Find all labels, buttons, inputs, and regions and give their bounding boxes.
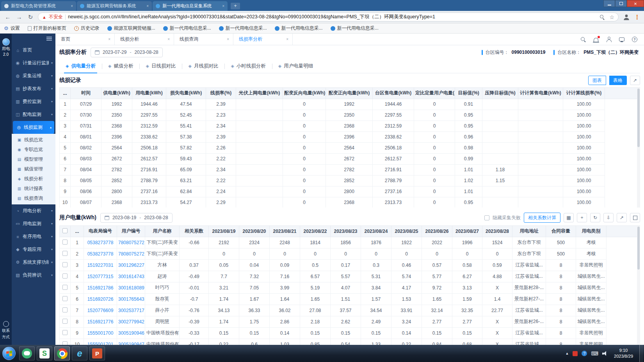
- sidebar-subitem-assignment-management[interactable]: ▦赋值管理: [12, 164, 55, 174]
- sidebar-subitem-line-loss-analysis[interactable]: ◈线损分析: [12, 174, 55, 184]
- cell-link[interactable]: 7808075272: [118, 240, 144, 245]
- row-checkbox[interactable]: [62, 341, 68, 345]
- app-tab[interactable]: 线损分析×: [115, 34, 174, 45]
- analysis-tab[interactable]: ◈月线损对比: [182, 59, 224, 73]
- bookmark-item[interactable]: 新一代用电信息采...: [275, 25, 323, 32]
- sidebar-item-power-analysis[interactable]: ◔用电分析▾: [12, 204, 55, 217]
- tab-close-icon[interactable]: ×: [227, 37, 229, 41]
- sidebar-subitem-duty-overview[interactable]: ◉专职总览: [12, 145, 55, 154]
- chart-view-button[interactable]: 图表: [588, 76, 606, 85]
- start-button[interactable]: [2, 347, 16, 360]
- cell-link[interactable]: 0538273778: [87, 251, 114, 257]
- new-tab-button[interactable]: +: [231, 3, 240, 9]
- grid-icon[interactable]: ▦: [564, 213, 574, 222]
- user-energy-date-picker[interactable]: 2023-08-19 - 2023-08-28: [100, 213, 173, 223]
- tab-close-icon[interactable]: ×: [167, 37, 170, 41]
- row-checkbox[interactable]: [62, 251, 68, 256]
- search-icon[interactable]: [580, 36, 586, 43]
- fullscreen-icon[interactable]: [619, 36, 625, 43]
- sidebar-subitem-line-loss-query[interactable]: ▧线损查询: [12, 193, 55, 203]
- cell-link[interactable]: 1516921776: [87, 319, 114, 325]
- sidebar-item-fee-control[interactable]: ▥费控监测▾: [12, 95, 55, 108]
- sidebar-item-collection-ops[interactable]: ◍采集运维▾: [12, 69, 55, 82]
- cell-link[interactable]: 3001296227: [118, 263, 144, 268]
- sidebar-subitem-model-management[interactable]: ▤模型管理: [12, 154, 55, 164]
- bookmark-item[interactable]: 新一代用电信息采...: [219, 25, 267, 32]
- cell-link[interactable]: 7808075272: [118, 251, 144, 257]
- row-checkbox[interactable]: [62, 307, 68, 312]
- row-checkbox[interactable]: [62, 296, 68, 301]
- cell-link[interactable]: 1516920726: [87, 296, 114, 302]
- sidebar-subitem-line-loss-overview[interactable]: ▣线损总览: [12, 135, 55, 145]
- sidebar-item-system-support[interactable]: ⚙系统支撑功能▾: [12, 256, 55, 269]
- cell-link[interactable]: 1520776609: [87, 308, 114, 313]
- add-icon[interactable]: +: [577, 213, 587, 222]
- sidebar-item-distribution-monitor[interactable]: ◫配电监测▾: [12, 108, 55, 121]
- analysis-tab[interactable]: ◈小时线损分析: [224, 59, 272, 73]
- sidebar-item-orderly-power[interactable]: ≡有序用电▾: [12, 230, 55, 243]
- save-icon[interactable]: ⇩: [603, 213, 614, 222]
- row-checkbox[interactable]: [62, 285, 68, 290]
- analysis-tab[interactable]: ◈用户电量明细: [272, 59, 319, 73]
- table1-scrollbar[interactable]: [637, 88, 640, 208]
- volume-icon[interactable]: [602, 351, 608, 356]
- tab-close-icon[interactable]: ×: [286, 37, 288, 41]
- bookmark-item[interactable]: ⚙设置: [4, 25, 20, 32]
- sidebar-subitem-statistics-report[interactable]: ▥统计报表: [12, 184, 55, 193]
- taskbar-clock[interactable]: 9:10 2023/8/29: [612, 348, 635, 359]
- app-tab[interactable]: 线损率分析×: [233, 34, 293, 45]
- contact-link[interactable]: 联系 方式: [2, 321, 10, 339]
- sidebar-item-power-monitor[interactable]: ▭用电监测▾: [12, 217, 55, 230]
- bookmark-star-icon[interactable]: ☆: [609, 14, 614, 20]
- refresh-icon[interactable]: ↻: [590, 213, 600, 222]
- hidden-icons-icon[interactable]: ▲: [565, 351, 569, 355]
- help-icon[interactable]: ?: [632, 36, 638, 43]
- cell-link[interactable]: 1516921786: [87, 285, 114, 291]
- security-label[interactable]: 不安全: [49, 14, 63, 20]
- analysis-tab[interactable]: ◈日线损对比: [139, 59, 182, 73]
- tab-close-icon[interactable]: ×: [222, 4, 224, 8]
- cell-link[interactable]: 3002779942: [118, 319, 144, 325]
- sidebar-item-metering-monitor[interactable]: ◉计量运行监测▾: [12, 57, 55, 69]
- app-tab[interactable]: 首页×: [55, 34, 115, 45]
- browser-tab[interactable]: 能源互联网营销服务系统×: [77, 1, 152, 11]
- back-button[interactable]: ←: [4, 14, 12, 20]
- sidebar-item-line-loss-monitor[interactable]: ◎线损监测▴: [13, 121, 54, 134]
- app-tab[interactable]: 线损查询×: [174, 34, 233, 45]
- cell-link[interactable]: 1555001700: [87, 330, 114, 336]
- analysis-tab[interactable]: ◈供电量分析: [59, 59, 102, 73]
- tray-help-icon[interactable]: ?: [582, 351, 587, 356]
- user-icon[interactable]: [606, 36, 612, 43]
- tray-app-icon[interactable]: [573, 351, 578, 356]
- date-start[interactable]: 2023-07-29: [103, 50, 126, 55]
- table-view-button[interactable]: 表格: [609, 76, 627, 85]
- sidebar-item-meter-reading[interactable]: ▤抄表发布▾: [12, 82, 55, 95]
- row-checkbox[interactable]: [62, 240, 68, 245]
- hide-failed-checkbox[interactable]: [484, 215, 489, 220]
- date-end[interactable]: 2023-08-28: [134, 50, 158, 55]
- row-checkbox[interactable]: [62, 319, 68, 324]
- bookmark-item[interactable]: 新一代用电信息采...: [163, 25, 211, 32]
- cell-link[interactable]: 0538273778: [87, 240, 114, 245]
- bookmark-item[interactable]: 能源互联网营销服...: [107, 25, 155, 32]
- analysis-tab[interactable]: ◈赋值分析: [102, 59, 139, 73]
- powerpoint-taskbar-icon[interactable]: P: [89, 346, 105, 360]
- tab-close-icon[interactable]: ×: [108, 37, 110, 41]
- sidebar-item-home[interactable]: ⌂首页: [12, 44, 55, 57]
- row-checkbox[interactable]: [62, 273, 68, 279]
- close-button[interactable]: ×: [627, 0, 644, 7]
- cell-link[interactable]: 3002537717: [118, 308, 144, 313]
- browser-tab[interactable]: 新一代用电信息采集系统×: [153, 1, 228, 11]
- cell-link[interactable]: 3001618089: [118, 285, 144, 291]
- forward-button[interactable]: →: [15, 14, 23, 20]
- cell-link[interactable]: 1520777315: [87, 274, 114, 279]
- ime-keyboard-icon[interactable]: ⌨: [591, 351, 598, 357]
- refresh-button[interactable]: ↻: [27, 14, 34, 21]
- minimize-button[interactable]: [603, 0, 615, 7]
- export-icon[interactable]: ↗: [630, 76, 640, 85]
- zoom-icon[interactable]: [600, 14, 605, 20]
- correlation-calc-button[interactable]: 相关系数计算: [524, 213, 560, 223]
- bookmark-item[interactable]: 历史记录: [74, 25, 100, 32]
- cell-link[interactable]: 1555001701: [87, 342, 114, 345]
- tab-close-icon[interactable]: ×: [71, 4, 73, 8]
